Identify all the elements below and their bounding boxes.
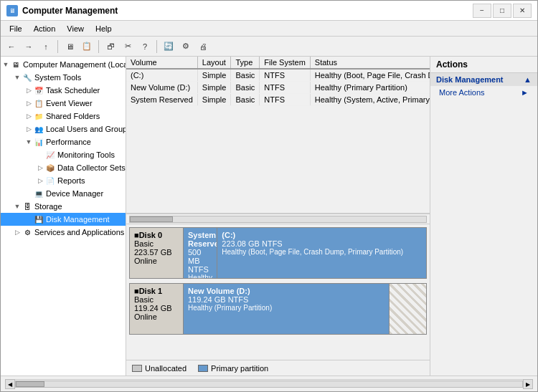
more-actions-item[interactable]: More Actions ► xyxy=(430,86,537,99)
menu-help[interactable]: Help xyxy=(90,23,118,34)
menu-action[interactable]: Action xyxy=(28,23,62,34)
cell-type: Basic xyxy=(231,94,260,106)
expand-icon[interactable]: ▷ xyxy=(35,176,45,186)
hscroll-thumb[interactable] xyxy=(130,216,173,222)
table-row[interactable]: (C:) Simple Basic NTFS Healthy (Boot, Pa… xyxy=(126,69,430,82)
up-button[interactable]: ↑ xyxy=(38,39,54,54)
expand-icon[interactable] xyxy=(24,188,34,199)
tree-item-label: Shared Folders xyxy=(46,112,100,120)
tree-item-icon: 👥 xyxy=(34,124,44,134)
expand-icon[interactable]: ▷ xyxy=(35,163,45,173)
bottom-scroll-track[interactable] xyxy=(15,381,523,388)
actions-disk-management[interactable]: Disk Management ▲ xyxy=(430,73,537,86)
col-layout[interactable]: Layout xyxy=(197,57,231,69)
title-bar: 🖥 Computer Management − □ ✕ xyxy=(1,1,537,21)
disk-label: ■Disk 1 Basic 119.24 GB Online xyxy=(130,284,184,334)
tree-item-disk-management[interactable]: 💾Disk Management xyxy=(1,213,126,226)
bottom-scrollbar[interactable]: ◀ ▶ xyxy=(5,379,533,389)
expand-icon[interactable]: ▼ xyxy=(24,137,34,147)
expand-icon[interactable]: ▷ xyxy=(24,85,34,95)
expand-icon[interactable]: ▷ xyxy=(24,111,34,121)
tree-item-icon: 📋 xyxy=(34,98,44,108)
col-volume[interactable]: Volume xyxy=(126,57,197,69)
hscroll-bar[interactable] xyxy=(126,214,430,224)
tree-item-icon: 📄 xyxy=(45,176,55,186)
tree-item-icon: 📅 xyxy=(34,85,44,95)
expand-icon[interactable]: ▼ xyxy=(12,72,22,82)
part-status: Healthy (Boot, Page File, Crash Dump, Pr… xyxy=(222,248,422,256)
tree-item-performance[interactable]: ▼📊Performance xyxy=(1,135,126,148)
col-type[interactable]: Type xyxy=(231,57,260,69)
cell-volume: New Volume (D:) xyxy=(126,82,197,94)
expand-icon[interactable]: ▼ xyxy=(12,201,22,211)
tree-item-system-tools[interactable]: ▼🔧System Tools xyxy=(1,71,126,84)
expand-icon[interactable] xyxy=(35,150,45,160)
tree-item-reports[interactable]: ▷📄Reports xyxy=(1,174,126,187)
partition-primary[interactable]: (C:) 223.08 GB NTFS Healthy (Boot, Page … xyxy=(217,228,426,278)
maximize-button[interactable]: □ xyxy=(493,4,511,18)
tree-item-label: Services and Applications xyxy=(34,228,124,236)
menu-file[interactable]: File xyxy=(4,23,28,34)
partition-hatched[interactable] xyxy=(390,284,426,334)
expand-icon[interactable]: ▷ xyxy=(24,98,34,108)
cell-type: Basic xyxy=(231,69,260,82)
legend-label-unallocated: Unallocated xyxy=(145,364,187,373)
disk-id: ■Disk 0 xyxy=(134,231,179,239)
partition-primary-d[interactable]: New Volume (D:) 119.24 GB NTFS Healthy (… xyxy=(184,284,390,334)
properties-button[interactable]: 📋 xyxy=(79,39,95,54)
tree-item-services-and-applications[interactable]: ▷⚙Services and Applications xyxy=(1,226,126,239)
cell-volume: (C:) xyxy=(126,69,197,82)
minimize-button[interactable]: − xyxy=(473,4,491,18)
disk-row-disk-1: ■Disk 1 Basic 119.24 GB Online New Volum… xyxy=(129,283,427,335)
disk-size: 119.24 GB xyxy=(134,304,179,312)
tree-item-task-scheduler[interactable]: ▷📅Task Scheduler xyxy=(1,84,126,97)
expand-icon[interactable]: ▷ xyxy=(24,124,34,134)
forward-button[interactable]: → xyxy=(21,39,37,54)
partition-system-reserved[interactable]: System Reserved 500 MB NTFS Healthy (Sys… xyxy=(184,228,217,278)
tree-item-local-users-and-groups[interactable]: ▷👥Local Users and Groups xyxy=(1,123,126,135)
scroll-right-btn[interactable]: ▶ xyxy=(523,379,533,389)
tree-item-computer-management-(local[interactable]: ▼🖥Computer Management (Local xyxy=(1,58,126,71)
tree-item-data-collector-sets[interactable]: ▷📦Data Collector Sets xyxy=(1,161,126,174)
close-button[interactable]: ✕ xyxy=(513,4,532,18)
disk-partitions: New Volume (D:) 119.24 GB NTFS Healthy (… xyxy=(184,284,426,334)
table-row[interactable]: New Volume (D:) Simple Basic NTFS Health… xyxy=(126,82,430,94)
expand-icon[interactable]: ▷ xyxy=(12,227,22,237)
tree-item-label: Local Users and Groups xyxy=(46,125,126,133)
legend-color-primary xyxy=(198,365,208,372)
disk-row-disk-0: ■Disk 0 Basic 223.57 GB Online System Re… xyxy=(129,227,427,279)
help-button[interactable]: ? xyxy=(137,39,153,54)
expand-icon[interactable] xyxy=(24,214,34,224)
rescan-button[interactable]: 🔄 xyxy=(161,39,176,54)
tree-item-storage[interactable]: ▼🗄Storage xyxy=(1,200,126,213)
new-window-button[interactable]: 🗗 xyxy=(103,39,118,54)
back-button[interactable]: ← xyxy=(4,39,19,54)
disk-table-area[interactable]: Volume Layout Type File System Status C … xyxy=(126,57,430,214)
actions-section-label: Disk Management xyxy=(436,75,504,84)
window-title: Computer Management xyxy=(22,6,473,16)
bottom-scroll-thumb[interactable] xyxy=(16,381,44,387)
tree-item-monitoring-tools[interactable]: 📈Monitoring Tools xyxy=(1,148,126,161)
tree-item-device-manager[interactable]: 💻Device Manager xyxy=(1,187,126,200)
tree-item-icon: 🗄 xyxy=(22,201,32,211)
disk-status: Online xyxy=(134,312,179,321)
col-status[interactable]: Status xyxy=(310,57,430,69)
scroll-left-btn[interactable]: ◀ xyxy=(5,379,15,389)
disk-props-button[interactable]: ⚙ xyxy=(178,39,194,54)
tree-item-event-viewer[interactable]: ▷📋Event Viewer xyxy=(1,97,126,110)
show-hide-button[interactable]: 🖥 xyxy=(62,39,77,54)
part-name: New Volume (D:) xyxy=(188,287,384,295)
print-button[interactable]: 🖨 xyxy=(195,39,211,54)
disk-size: 223.57 GB xyxy=(134,248,179,257)
hscroll-track[interactable] xyxy=(129,216,427,223)
export-button[interactable]: ✂ xyxy=(120,39,136,54)
expand-icon[interactable]: ▼ xyxy=(1,59,11,70)
app-icon: 🖥 xyxy=(6,5,18,16)
part-size: 223.08 GB NTFS xyxy=(222,239,422,248)
col-filesystem[interactable]: File System xyxy=(260,57,310,69)
tree-item-shared-folders[interactable]: ▷📁Shared Folders xyxy=(1,110,126,123)
tree-item-label: Disk Management xyxy=(46,215,110,224)
menu-view[interactable]: View xyxy=(61,23,90,34)
right-section: Volume Layout Type File System Status C … xyxy=(126,57,430,376)
table-row[interactable]: System Reserved Simple Basic NTFS Health… xyxy=(126,94,430,106)
